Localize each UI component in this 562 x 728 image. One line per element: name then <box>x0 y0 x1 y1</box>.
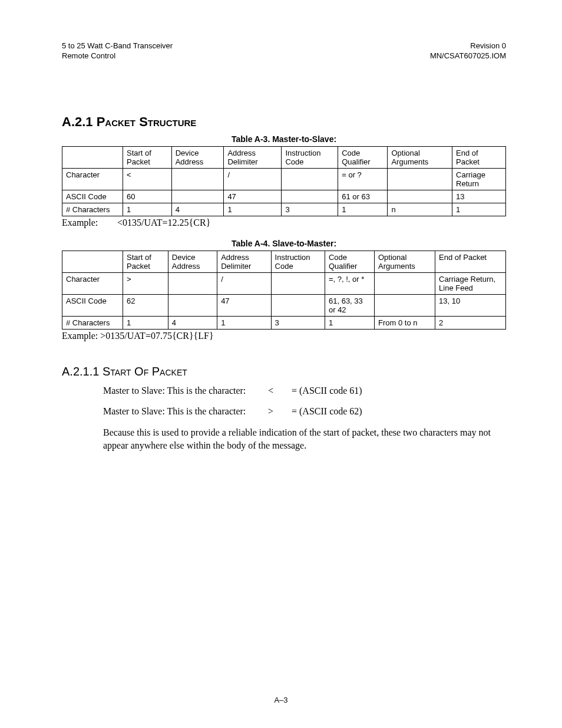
doc-subtitle: Remote Control <box>62 51 173 61</box>
example-body: <0135/UAT=12.25{CR} <box>117 218 210 228</box>
sop-symbol: < <box>268 384 292 397</box>
sop-paragraph: Because this is used to provide a reliab… <box>103 426 506 452</box>
th: Address Delimiter <box>224 146 282 168</box>
td: 61 or 63 <box>338 190 388 203</box>
table-row: # Characters 1 4 1 3 1 n 1 <box>62 203 506 216</box>
table-row: # Characters 1 4 1 3 1 From 0 to n 2 <box>62 316 506 329</box>
td <box>171 168 224 190</box>
th: End of Packet <box>452 146 506 168</box>
document-page: 5 to 25 Watt C-Band Transceiver Remote C… <box>0 0 562 728</box>
table-row: Character > / =, ?, !, or * Carriage Ret… <box>62 272 506 294</box>
th: Device Address <box>168 251 217 272</box>
th: Code Qualifier <box>325 251 374 272</box>
table-a3-caption: Table A-3. Master-to-Slave: <box>62 134 506 144</box>
td: > <box>123 272 168 294</box>
td <box>271 272 325 294</box>
table-a3: Start of Packet Device Address Address D… <box>62 146 506 216</box>
th: Instruction Code <box>282 146 338 168</box>
row-label: # Characters <box>62 203 123 216</box>
th: End of Packet <box>435 251 506 272</box>
th <box>62 146 123 168</box>
td <box>388 168 452 190</box>
section-heading-a21: A.2.1 Packet Structure <box>62 114 506 130</box>
td: 47 <box>224 190 282 203</box>
row-label: ASCII Code <box>62 294 123 316</box>
sop-line-2: Master to Slave: This is the character: … <box>103 405 506 418</box>
td <box>271 294 325 316</box>
row-label: Character <box>62 168 123 190</box>
page-header: 5 to 25 Watt C-Band Transceiver Remote C… <box>62 41 506 61</box>
td: 1 <box>452 203 506 216</box>
example-lead: Example: <box>62 218 115 228</box>
td <box>388 190 452 203</box>
td: 1 <box>123 316 168 329</box>
sop-symbol: > <box>268 405 292 418</box>
td <box>171 190 224 203</box>
td: 3 <box>271 316 325 329</box>
td: 1 <box>338 203 388 216</box>
td: / <box>217 272 271 294</box>
revision: Revision 0 <box>430 41 506 51</box>
td: 1 <box>217 316 271 329</box>
sop-lead: Master to Slave: This is the character: <box>103 405 268 418</box>
td: 1 <box>123 203 172 216</box>
th: Instruction Code <box>271 251 325 272</box>
td: Carriage Return <box>452 168 506 190</box>
td: 13 <box>452 190 506 203</box>
doc-code: MN/CSAT607025.IOM <box>430 51 506 61</box>
doc-title: 5 to 25 Watt C-Band Transceiver <box>62 41 173 51</box>
th: Device Address <box>171 146 224 168</box>
td: / <box>224 168 282 190</box>
td: = or ? <box>338 168 388 190</box>
sop-tail: = (ASCII code 61) <box>292 384 362 397</box>
td <box>282 190 338 203</box>
sop-tail: = (ASCII code 62) <box>292 405 362 418</box>
td: 61, 63, 33 or 42 <box>325 294 374 316</box>
section-heading-a211: A.2.1.1 Start Of Packet <box>62 365 506 378</box>
td: From 0 to n <box>374 316 435 329</box>
td: 2 <box>435 316 506 329</box>
table-header-row: Start of Packet Device Address Address D… <box>62 251 506 272</box>
td: =, ?, !, or * <box>325 272 374 294</box>
td <box>374 272 435 294</box>
table-row: ASCII Code 60 47 61 or 63 13 <box>62 190 506 203</box>
table-row: Character < / = or ? Carriage Return <box>62 168 506 190</box>
td: n <box>388 203 452 216</box>
sop-lead: Master to Slave: This is the character: <box>103 384 268 397</box>
row-label: # Characters <box>62 316 123 329</box>
td: Carriage Return, Line Feed <box>435 272 506 294</box>
td: 3 <box>282 203 338 216</box>
table-a4: Start of Packet Device Address Address D… <box>62 251 506 330</box>
td: 1 <box>325 316 374 329</box>
row-label: Character <box>62 272 123 294</box>
td: 1 <box>224 203 282 216</box>
sop-line-1: Master to Slave: This is the character: … <box>103 384 506 397</box>
header-right: Revision 0 MN/CSAT607025.IOM <box>430 41 506 61</box>
row-label: ASCII Code <box>62 190 123 203</box>
th: Code Qualifier <box>338 146 388 168</box>
td <box>168 294 217 316</box>
td: 62 <box>123 294 168 316</box>
th: Start of Packet <box>123 146 172 168</box>
td <box>168 272 217 294</box>
header-left: 5 to 25 Watt C-Band Transceiver Remote C… <box>62 41 173 61</box>
th: Address Delimiter <box>217 251 271 272</box>
page-number: A–3 <box>0 696 562 704</box>
table-header-row: Start of Packet Device Address Address D… <box>62 146 506 168</box>
td <box>374 294 435 316</box>
th: Start of Packet <box>123 251 168 272</box>
td <box>282 168 338 190</box>
table-a3-example: Example: <0135/UAT=12.25{CR} <box>62 218 506 228</box>
table-row: ASCII Code 62 47 61, 63, 33 or 42 13, 10 <box>62 294 506 316</box>
td: < <box>123 168 172 190</box>
th: Optional Arguments <box>374 251 435 272</box>
td: 13, 10 <box>435 294 506 316</box>
table-a4-example: Example: >0135/UAT=07.75{CR}{LF} <box>62 331 506 341</box>
td: 4 <box>168 316 217 329</box>
th: Optional Arguments <box>388 146 452 168</box>
td: 4 <box>171 203 224 216</box>
table-a4-caption: Table A-4. Slave-to-Master: <box>62 239 506 248</box>
td: 60 <box>123 190 172 203</box>
th <box>62 251 123 272</box>
td: 47 <box>217 294 271 316</box>
